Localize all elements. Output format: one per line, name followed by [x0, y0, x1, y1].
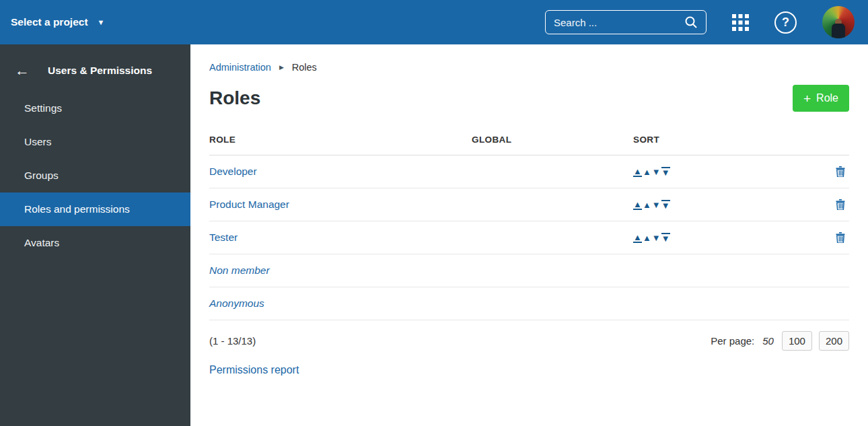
move-up-icon[interactable]: ▲: [643, 168, 651, 176]
pagination-range: (1 - 13/13): [209, 335, 256, 347]
per-page-100-button[interactable]: 100: [782, 331, 812, 351]
chevron-down-icon: ▼: [98, 18, 105, 26]
per-page-label: Per page:: [711, 335, 754, 347]
delete-role-icon[interactable]: [836, 232, 845, 243]
add-role-button-label: Role: [816, 92, 838, 104]
add-role-button[interactable]: + Role: [793, 85, 849, 112]
move-to-top-icon[interactable]: ▲: [633, 167, 642, 177]
sidebar-item-groups[interactable]: Groups: [0, 159, 190, 192]
table-header-row: ROLE GLOBAL SORT: [209, 135, 849, 155]
column-header-sort: SORT: [633, 135, 820, 145]
per-page-200-button[interactable]: 200: [819, 331, 849, 351]
table-row: Non member: [209, 254, 849, 287]
global-search[interactable]: [545, 10, 707, 34]
search-input[interactable]: [554, 17, 672, 28]
role-link-tester[interactable]: Tester: [209, 232, 472, 244]
admin-sidebar: ← Users & Permissions Settings Users Gro…: [0, 44, 190, 426]
help-icon[interactable]: ?: [774, 11, 797, 34]
move-down-icon[interactable]: ▼: [652, 234, 661, 242]
breadcrumb: Administration ▶ Roles: [209, 62, 849, 73]
move-to-bottom-icon[interactable]: ▼: [661, 233, 670, 243]
user-avatar[interactable]: [822, 6, 855, 38]
column-header-global: GLOBAL: [472, 135, 633, 145]
role-link-anonymous[interactable]: Anonymous: [209, 297, 472, 310]
move-to-bottom-icon[interactable]: ▼: [661, 200, 670, 210]
move-to-top-icon[interactable]: ▲: [633, 200, 642, 210]
table-row: Anonymous: [209, 287, 849, 320]
breadcrumb-chevron-icon: ▶: [279, 64, 284, 71]
move-up-icon[interactable]: ▲: [643, 201, 651, 209]
sidebar-item-avatars[interactable]: Avatars: [0, 226, 190, 260]
role-link-product-manager[interactable]: Product Manager: [209, 199, 472, 211]
roles-table: ROLE GLOBAL SORT Developer ▲ ▲ ▼ ▼: [209, 135, 849, 320]
sort-controls: ▲ ▲ ▼ ▼: [633, 200, 820, 210]
topbar-actions: ?: [545, 6, 855, 38]
move-down-icon[interactable]: ▼: [652, 168, 661, 176]
sidebar-item-users[interactable]: Users: [0, 125, 190, 159]
modules-grid-icon[interactable]: [732, 14, 749, 31]
main-content: Administration ▶ Roles Roles + Role ROLE…: [190, 44, 868, 426]
permissions-report-link[interactable]: Permissions report: [209, 364, 299, 376]
delete-role-icon[interactable]: [836, 199, 845, 210]
breadcrumb-current: Roles: [292, 62, 317, 73]
role-link-non-member[interactable]: Non member: [209, 264, 472, 277]
sort-controls: ▲ ▲ ▼ ▼: [633, 167, 820, 177]
top-navigation-bar: Select a project ▼ ?: [0, 0, 868, 44]
plus-icon: +: [803, 92, 811, 105]
column-header-role: ROLE: [209, 135, 472, 145]
sidebar-item-settings[interactable]: Settings: [0, 92, 190, 125]
sidebar-header: ← Users & Permissions: [0, 44, 190, 92]
move-to-top-icon[interactable]: ▲: [633, 233, 642, 243]
breadcrumb-administration-link[interactable]: Administration: [209, 62, 271, 73]
sidebar-title: Users & Permissions: [48, 65, 152, 77]
table-row: Tester ▲ ▲ ▼ ▼: [209, 221, 849, 254]
per-page-current: 50: [761, 335, 775, 347]
table-row: Product Manager ▲ ▲ ▼ ▼: [209, 188, 849, 221]
move-up-icon[interactable]: ▲: [643, 234, 651, 242]
table-row: Developer ▲ ▲ ▼ ▼: [209, 155, 849, 188]
move-down-icon[interactable]: ▼: [652, 201, 661, 209]
pagination-bar: (1 - 13/13) Per page: 50 100 200: [209, 331, 849, 351]
search-icon[interactable]: [684, 15, 698, 29]
project-selector-label: Select a project: [11, 16, 88, 28]
role-link-developer[interactable]: Developer: [209, 166, 472, 178]
back-arrow-icon[interactable]: ←: [15, 63, 30, 78]
delete-role-icon[interactable]: [836, 166, 845, 177]
project-selector[interactable]: Select a project ▼: [5, 11, 110, 34]
sidebar-item-roles-and-permissions[interactable]: Roles and permissions: [0, 192, 190, 226]
move-to-bottom-icon[interactable]: ▼: [661, 167, 670, 177]
page-title: Roles: [209, 87, 260, 109]
sort-controls: ▲ ▲ ▼ ▼: [633, 233, 820, 243]
